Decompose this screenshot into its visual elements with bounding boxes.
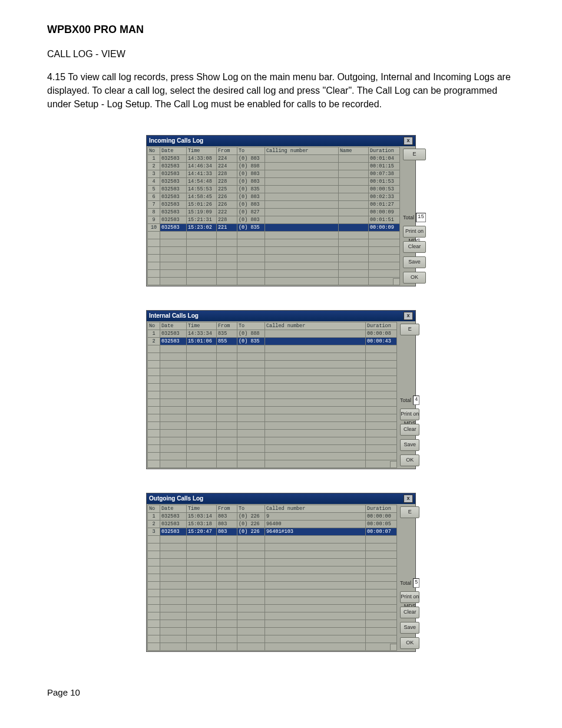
table-row[interactable] bbox=[148, 612, 397, 620]
col-header[interactable]: To bbox=[237, 505, 265, 512]
table-row[interactable] bbox=[148, 406, 397, 414]
table-row[interactable]: 103250314:33:08224(0) 80300:01:04 bbox=[148, 154, 400, 162]
table-row[interactable] bbox=[148, 543, 397, 551]
e-button[interactable]: E bbox=[403, 149, 426, 160]
print-button[interactable]: Print on MDS bbox=[400, 409, 419, 420]
col-header[interactable]: Time bbox=[187, 147, 217, 154]
table-row[interactable] bbox=[148, 551, 397, 558]
table-row[interactable] bbox=[148, 383, 397, 391]
table-row[interactable] bbox=[148, 345, 397, 353]
table-row[interactable] bbox=[148, 375, 397, 383]
table-row[interactable] bbox=[148, 246, 400, 254]
table-row[interactable]: 703250315:01:26226(0) 80300:01:27 bbox=[148, 200, 400, 208]
scroll-handle[interactable] bbox=[390, 461, 397, 468]
table-row[interactable] bbox=[148, 421, 397, 429]
col-header[interactable]: Duration bbox=[369, 147, 400, 154]
table-row[interactable] bbox=[148, 597, 397, 604]
col-header[interactable]: Date bbox=[160, 322, 187, 330]
table-row[interactable] bbox=[148, 574, 397, 581]
table-row[interactable] bbox=[148, 581, 397, 589]
col-header[interactable]: From bbox=[217, 505, 237, 512]
scroll-handle[interactable] bbox=[393, 278, 400, 285]
table-row[interactable] bbox=[148, 452, 397, 460]
clear-button[interactable]: Clear bbox=[400, 424, 419, 436]
col-header[interactable]: Date bbox=[160, 147, 187, 154]
col-header[interactable]: To bbox=[237, 147, 265, 154]
table-row[interactable] bbox=[148, 391, 397, 398]
col-header[interactable]: Duration bbox=[366, 322, 397, 330]
table-row[interactable] bbox=[148, 589, 397, 597]
outgoing-grid[interactable]: NoDateTimeFromToCalled numberDuration103… bbox=[147, 505, 397, 651]
table-row[interactable]: 103250315:03:14803(0) 226900:00:00 bbox=[148, 512, 397, 520]
col-header[interactable]: Time bbox=[187, 322, 217, 330]
close-icon[interactable]: x bbox=[404, 312, 413, 320]
table-row[interactable]: 603250314:58:45226(0) 80300:02:33 bbox=[148, 193, 400, 200]
table-row[interactable]: 403250314:54:48228(0) 80300:01:53 bbox=[148, 177, 400, 185]
table-row[interactable] bbox=[148, 269, 400, 277]
save-button[interactable]: Save bbox=[403, 256, 426, 268]
close-icon[interactable]: x bbox=[404, 495, 413, 503]
table-row[interactable] bbox=[148, 635, 397, 643]
table-row[interactable]: 103250314:33:34835(0) 88800:00:08 bbox=[148, 330, 397, 337]
table-row[interactable] bbox=[148, 398, 397, 406]
table-row[interactable] bbox=[148, 535, 397, 543]
table-row[interactable] bbox=[148, 444, 397, 452]
table-row[interactable] bbox=[148, 566, 397, 574]
col-header[interactable]: No bbox=[148, 322, 160, 330]
table-row[interactable] bbox=[148, 627, 397, 635]
col-header[interactable]: Called number bbox=[265, 505, 366, 512]
table-row[interactable] bbox=[148, 437, 397, 444]
table-row[interactable] bbox=[148, 254, 400, 262]
table-row[interactable] bbox=[148, 643, 397, 650]
table-row[interactable] bbox=[148, 558, 397, 566]
table-row[interactable]: 203250315:01:06855(0) 83500:00:43 bbox=[148, 337, 397, 345]
col-header[interactable]: From bbox=[217, 147, 237, 154]
print-button[interactable]: Print on MDS bbox=[403, 226, 426, 238]
table-row[interactable]: 203250315:03:18803(0) 2269640000:00:05 bbox=[148, 520, 397, 528]
table-row[interactable] bbox=[148, 353, 397, 360]
ok-button[interactable]: OK bbox=[400, 637, 419, 649]
ok-button[interactable]: OK bbox=[400, 454, 419, 466]
close-icon[interactable]: x bbox=[404, 137, 413, 145]
col-header[interactable]: Time bbox=[187, 505, 217, 512]
clear-button[interactable]: Clear bbox=[403, 241, 426, 253]
table-row[interactable] bbox=[148, 460, 397, 467]
print-button[interactable]: Print on MDS bbox=[400, 591, 419, 603]
col-header[interactable]: Duration bbox=[366, 505, 397, 512]
col-header[interactable]: To bbox=[237, 322, 265, 330]
col-header[interactable]: Calling number bbox=[265, 147, 339, 154]
table-row[interactable]: 1003250315:23:02221(0) 83500:00:09 bbox=[148, 223, 400, 231]
table-row[interactable] bbox=[148, 239, 400, 246]
incoming-grid[interactable]: NoDateTimeFromToCalling numberNameDurati… bbox=[147, 147, 400, 285]
total-label: Total bbox=[400, 580, 411, 586]
table-row[interactable]: 303250314:41:33228(0) 80300:07:38 bbox=[148, 170, 400, 177]
table-row[interactable] bbox=[148, 604, 397, 612]
col-header[interactable]: Called number bbox=[265, 322, 366, 330]
table-row[interactable] bbox=[148, 368, 397, 375]
table-row[interactable] bbox=[148, 429, 397, 437]
table-row[interactable]: 203250314:46:34224(0) 89800:01:15 bbox=[148, 162, 400, 170]
e-button[interactable]: E bbox=[400, 324, 419, 335]
ok-button[interactable]: OK bbox=[403, 272, 426, 284]
scroll-handle[interactable] bbox=[390, 644, 397, 651]
table-row[interactable]: 303250315:20:47803(0) 22696401#10300:00:… bbox=[148, 528, 397, 535]
table-row[interactable] bbox=[148, 360, 397, 368]
table-row[interactable]: 903250315:21:31228(0) 80300:01:51 bbox=[148, 216, 400, 223]
col-header[interactable]: Name bbox=[339, 147, 369, 154]
clear-button[interactable]: Clear bbox=[400, 607, 419, 618]
table-row[interactable] bbox=[148, 277, 400, 285]
table-row[interactable] bbox=[148, 414, 397, 421]
table-row[interactable] bbox=[148, 231, 400, 239]
table-row[interactable]: 803250315:19:09222(0) 82700:00:09 bbox=[148, 208, 400, 216]
col-header[interactable]: No bbox=[148, 505, 160, 512]
col-header[interactable]: No bbox=[148, 147, 160, 154]
internal-grid[interactable]: NoDateTimeFromToCalled numberDuration103… bbox=[147, 322, 397, 468]
col-header[interactable]: From bbox=[217, 322, 237, 330]
table-row[interactable]: 503250314:55:53225(0) 83500:00:53 bbox=[148, 185, 400, 193]
save-button[interactable]: Save bbox=[400, 622, 419, 634]
save-button[interactable]: Save bbox=[400, 439, 419, 451]
table-row[interactable] bbox=[148, 620, 397, 627]
e-button[interactable]: E bbox=[400, 506, 419, 518]
col-header[interactable]: Date bbox=[160, 505, 187, 512]
table-row[interactable] bbox=[148, 262, 400, 269]
